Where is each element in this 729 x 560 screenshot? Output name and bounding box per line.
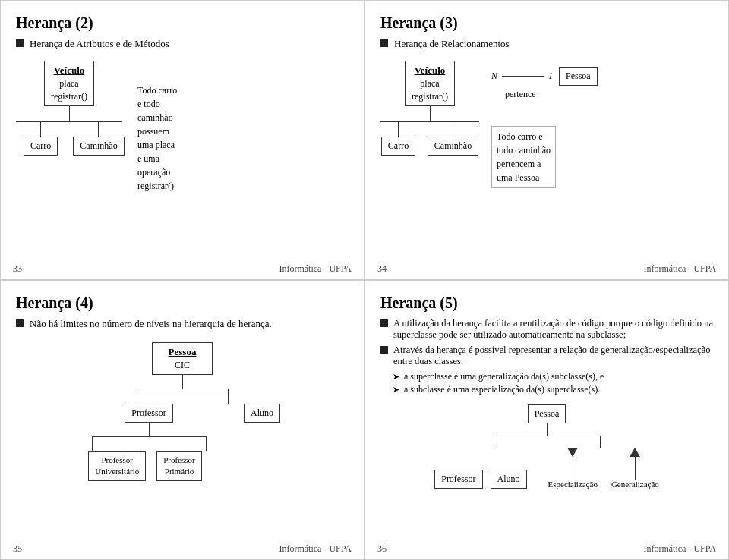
vert-caminhao-p1	[98, 121, 99, 137]
horiz-connector-p1	[16, 121, 122, 122]
especializacao-arrow-icon	[567, 448, 578, 457]
panel3-footer: 35 Informática - UFPA	[1, 543, 364, 555]
vert-prof-p3	[149, 423, 150, 436]
p1-note: Todo carro e todo caminhão possuem uma p…	[137, 83, 177, 193]
panel4-content: A utilização da herança facilita a reuti…	[380, 318, 713, 395]
panel4-footer: 36 Informática - UFPA	[365, 543, 728, 555]
carro-box-p1: Carro	[24, 137, 58, 156]
generalizacao-arrow-icon	[630, 448, 640, 457]
p2-note: Todo carro e todo caminhão pertencem a u…	[491, 126, 556, 188]
caminhao-box-p2: Caminhão	[428, 137, 478, 156]
panel-heranca-5: Herança (5) A utilização da herança faci…	[364, 280, 729, 560]
vert-v-p2	[430, 106, 431, 121]
bullet-icon	[16, 39, 24, 47]
aluno-box-p3: Aluno	[244, 404, 280, 423]
bullet-icon-p4a	[380, 319, 388, 327]
vert-connector-p1	[69, 106, 70, 121]
vert-p4	[547, 423, 548, 436]
page: Herança (2) Herança de Atributos e de Mé…	[0, 0, 729, 560]
panel4-sub2: ➤ a subclasse é uma especialização da(s)…	[393, 384, 713, 395]
panel4-title: Herança (5)	[380, 294, 713, 312]
carro-box-p2: Carro	[381, 137, 415, 156]
veiculo-box-p1: Veículo placa registrar()	[44, 61, 94, 106]
panel2-bullet: Herança de Relacionamentos	[380, 38, 713, 50]
panel3-title: Herança (4)	[16, 294, 349, 312]
panel-heranca-3: Herança (3) Herança de Relacionamentos V…	[364, 0, 729, 280]
panel2-title: Herança (3)	[380, 14, 713, 32]
panel4-sub1: ➤ a superclasse é uma generalização da(s…	[393, 371, 713, 382]
prof-univ-box: Professor Universitário	[88, 451, 146, 481]
pertence-label: pertence	[505, 89, 536, 100]
professor-box-p4: Professor	[434, 470, 482, 489]
panel4-bullet1: A utilização da herança facilita a reuti…	[380, 318, 713, 341]
arrow-icon-1: ➤	[393, 372, 399, 382]
bullet-icon-p4b	[380, 346, 388, 354]
pessoa-box-p3: Pessoa CIC	[152, 342, 213, 375]
generalizacao-label: Generalização	[611, 480, 659, 489]
panel1-title: Herança (2)	[16, 14, 349, 32]
bullet-icon-p3	[16, 319, 24, 327]
panel1-bullet: Herança de Atributos e de Métodos	[16, 38, 349, 50]
pessoa-box-p2: Pessoa	[559, 67, 598, 86]
especializacao-label: Especialização	[548, 480, 598, 489]
arrow-icon-2: ➤	[393, 385, 399, 395]
professor-box-p3: Professor	[125, 404, 172, 423]
panel1-footer: 33 Informática - UFPA	[1, 263, 364, 275]
pessoa-box-p4: Pessoa	[528, 404, 566, 423]
panel-heranca-2: Herança (2) Herança de Atributos e de Mé…	[0, 0, 364, 280]
bullet-icon-p2	[380, 39, 388, 47]
veiculo-box-p2: Veículo placa registrar()	[405, 61, 455, 106]
caminhao-box-p1: Caminhão	[73, 137, 124, 156]
vert-pessoa-p3	[182, 375, 183, 389]
vert-carro-p1	[40, 121, 41, 137]
aluno-box-p4: Aluno	[491, 470, 527, 489]
prof-prim-box: Professor Primário	[156, 451, 202, 481]
horiz-p2	[380, 121, 479, 122]
panel3-bullet: Não há limites no número de níveis na hi…	[16, 318, 349, 330]
panel2-footer: 34 Informática - UFPA	[365, 263, 728, 275]
panel4-bullet2: Através da herança é possível representa…	[380, 344, 713, 367]
panel-heranca-4: Herança (4) Não há limites no número de …	[0, 280, 364, 560]
